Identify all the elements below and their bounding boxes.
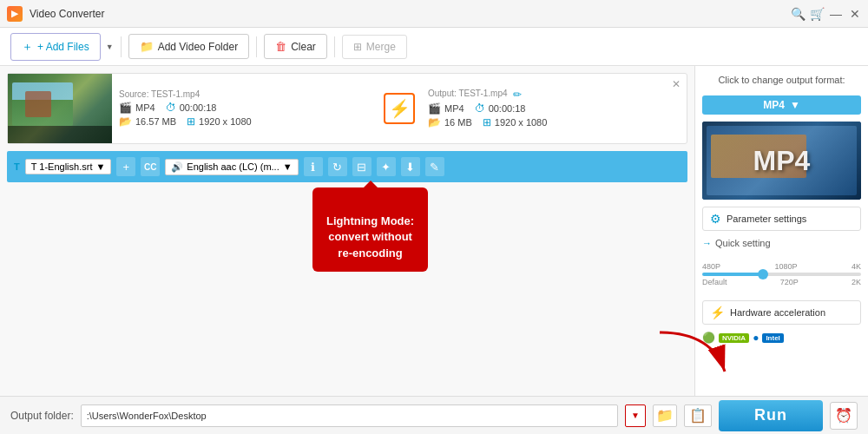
quick-setting-label: → Quick setting	[702, 238, 861, 248]
browse-folder-button[interactable]: 📁	[653, 404, 677, 427]
parameter-settings-button[interactable]: ⚙ Parameter settings	[702, 207, 861, 231]
output-duration-item: ⏱ 00:00:18	[475, 102, 526, 115]
thumbnail-image	[8, 74, 112, 143]
quick-icon: →	[702, 238, 712, 248]
add-subtitle-button[interactable]: +	[116, 157, 135, 176]
source-size-item: 📂 16.57 MB	[119, 115, 176, 128]
merge-button[interactable]: ⊞ Merge	[342, 35, 407, 59]
file-thumbnail	[8, 74, 112, 143]
source-detail-row-1: 🎬 MP4 ⏱ 00:00:18	[119, 102, 371, 114]
arrow-indicator	[642, 324, 746, 396]
title-bar: ▶ Video Converter 🔍 🛒 — ✕	[0, 0, 868, 28]
close-button[interactable]: ✕	[849, 8, 861, 20]
source-detail-row-2: 📂 16.57 MB ⊞ 1920 x 1080	[119, 115, 371, 128]
hardware-acceleration-button[interactable]: ⚡ Hardware acceleration	[702, 300, 861, 325]
format-icon: 🎬	[119, 102, 132, 114]
quality-labels-bottom: Default 720P 2K	[702, 278, 861, 286]
quality-labels-top: 480P 1080P 4K	[702, 262, 861, 271]
format-thumbnail: MP4	[702, 122, 861, 200]
edit-button[interactable]: ✎	[425, 157, 444, 176]
app-title: Video Converter	[30, 8, 785, 20]
search-icon-btn[interactable]: 🔍	[792, 8, 804, 20]
crop-button[interactable]: ⊟	[352, 157, 372, 176]
info-button[interactable]: ℹ	[304, 157, 323, 176]
app-icon: ▶	[7, 6, 23, 22]
watermark-button[interactable]: ⬇	[401, 157, 420, 176]
file-list-area: Source: TEST-1.mp4 🎬 MP4 ⏱ 00:00:18	[0, 66, 694, 396]
close-file-button[interactable]: ✕	[669, 77, 683, 91]
format-click-label: Click to change output format:	[702, 75, 861, 85]
minimize-button[interactable]: —	[830, 8, 842, 20]
lightning-tooltip: Lightning Mode: convert without re-encod…	[312, 187, 428, 272]
hw-icon: ⚡	[710, 306, 725, 319]
file-row: Source: TEST-1.mp4 🎬 MP4 ⏱ 00:00:18	[112, 74, 687, 143]
format-selector[interactable]: MP4 ▼	[702, 95, 861, 115]
source-section: Source: TEST-1.mp4 🎬 MP4 ⏱ 00:00:18	[112, 84, 378, 133]
source-format-item: 🎬 MP4	[119, 102, 155, 114]
subtitle-type-icon: T	[14, 161, 20, 172]
output-format-item: 🎬 MP4	[428, 102, 464, 115]
size-icon: 📂	[119, 115, 132, 128]
bottom-bar: Output folder: ▼ 📁 📋 Run ⏰	[0, 396, 868, 434]
subtitle-bar: T T 1-English.srt ▼ + CC 🔊 English aac (…	[7, 151, 687, 182]
clear-button[interactable]: 🗑 Clear	[264, 34, 327, 59]
output-detail-row-1: 🎬 MP4 ⏱ 00:00:18	[428, 102, 680, 115]
separator-2	[256, 36, 257, 57]
rotate-button[interactable]: ↻	[328, 157, 347, 176]
output-detail-row-2: 📂 16 MB ⊞ 1920 x 1080	[428, 116, 680, 128]
add-files-button[interactable]: ＋ + Add Files	[10, 33, 101, 61]
source-resolution-item: ⊞ 1920 x 1080	[187, 115, 252, 128]
lightning-mode-button[interactable]: ⚡	[384, 93, 415, 124]
quality-slider[interactable]: 480P 1080P 4K Default 720P 2K	[702, 255, 861, 293]
run-button[interactable]: Run	[719, 400, 823, 431]
lightning-icon: ⚡	[389, 98, 411, 119]
output-resolution-item: ⊞ 1920 x 1080	[483, 116, 548, 128]
output-section: Output: TEST-1.mp4 ✏ 🎬 MP4 ⏱ 00:00:18	[421, 83, 687, 134]
add-dropdown-arrow[interactable]: ▼	[106, 43, 114, 51]
intel-icon: ●	[753, 332, 759, 344]
output-res-icon: ⊞	[483, 116, 491, 128]
merge-icon: ⊞	[353, 41, 362, 53]
output-size-icon: 📂	[428, 116, 441, 128]
subtitle-track-select[interactable]: T 1-English.srt ▼	[25, 159, 112, 174]
output-label: Output: TEST-1.mp4	[428, 89, 508, 98]
output-size-item: 📂 16 MB	[428, 116, 472, 128]
folder-icon: 📁	[140, 40, 154, 53]
add-icon: ＋	[22, 39, 33, 55]
duration-icon: ⏱	[166, 102, 176, 114]
alarm-button[interactable]: ⏰	[830, 402, 858, 430]
format-thumbnail-text: MP4	[753, 145, 811, 177]
output-duration-icon: ⏱	[475, 102, 485, 115]
trash-icon: 🗑	[275, 40, 286, 53]
export-config-button[interactable]: 📋	[684, 404, 712, 427]
intel-badge: Intel	[762, 333, 783, 343]
quality-thumb	[758, 269, 768, 279]
separator-1	[121, 36, 122, 57]
separator-3	[334, 36, 335, 57]
edit-output-icon[interactable]: ✏	[513, 89, 522, 101]
file-item: Source: TEST-1.mp4 🎬 MP4 ⏱ 00:00:18	[7, 73, 687, 144]
settings-icon: ⚙	[710, 212, 721, 226]
source-duration-item: ⏱ 00:00:18	[166, 102, 217, 114]
cart-icon-btn[interactable]: 🛒	[811, 8, 823, 20]
format-dropdown-icon: ▼	[790, 99, 800, 111]
audio-icon: 🔊	[171, 161, 183, 173]
add-folder-button[interactable]: 📁 Add Video Folder	[128, 34, 250, 59]
audio-track-select[interactable]: 🔊 English aac (LC) (m... ▼	[165, 159, 298, 175]
quality-track	[702, 273, 861, 276]
resolution-icon: ⊞	[187, 115, 195, 128]
output-format-icon: 🎬	[428, 102, 441, 115]
window-controls: 🔍 🛒 — ✕	[792, 8, 861, 20]
subtitle-dropdown-icon: ▼	[95, 161, 105, 172]
cc-button[interactable]: CC	[141, 157, 160, 176]
source-label: Source: TEST-1.mp4	[119, 89, 371, 99]
toolbar: ＋ + Add Files ▼ 📁 Add Video Folder 🗑 Cle…	[0, 28, 868, 66]
effects-button[interactable]: ✦	[377, 157, 396, 176]
output-path-input[interactable]	[81, 404, 618, 427]
path-dropdown-button[interactable]: ▼	[625, 404, 646, 427]
audio-dropdown-icon: ▼	[283, 161, 293, 172]
output-folder-label: Output folder:	[10, 410, 74, 422]
